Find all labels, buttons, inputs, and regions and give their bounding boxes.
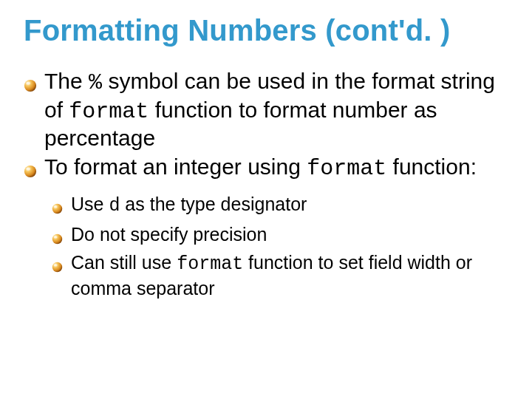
slide-title: Formatting Numbers (cont'd. ) [24,13,508,47]
text: function: [386,154,477,179]
bullet-item-integer: To format an integer using format functi… [44,154,508,301]
svg-point-3 [26,168,30,171]
sphere-bullet-icon [52,254,63,265]
sphere-bullet-icon [24,72,37,85]
slide: Formatting Numbers (cont'd. ) [0,0,532,399]
svg-point-5 [54,205,58,208]
sub-bullet-item-precision: Do not specify precision [71,222,508,246]
svg-point-2 [24,166,36,177]
text: To format an integer using [44,154,307,179]
code-text: format [307,156,386,181]
svg-point-9 [54,264,58,266]
sphere-bullet-icon [52,226,63,237]
svg-point-4 [52,204,63,214]
sub-bullet-item-d-type: Use d as the type designator [71,192,508,218]
svg-point-8 [52,262,63,273]
text: Use [71,194,109,214]
text: Do not specify precision [71,224,267,245]
text: Can still use [71,252,177,273]
bullet-list-level1: The % symbol can be used in the format s… [24,68,508,300]
text: The [44,69,89,93]
bullet-item-percent: The % symbol can be used in the format s… [44,68,508,152]
code-text: format [177,253,243,275]
svg-point-6 [52,234,63,245]
code-text: d [109,195,120,216]
sphere-bullet-icon [24,157,37,171]
sphere-bullet-icon [52,196,63,207]
sub-bullet-item-field-width: Can still use format function to set fie… [71,250,508,300]
svg-point-7 [54,236,58,238]
svg-point-0 [24,80,36,92]
bullet-list-level2: Use d as the type designator Do not spec… [44,192,508,300]
code-text: format [69,99,149,124]
svg-point-1 [26,82,30,85]
text: as the type designator [120,194,307,214]
code-text: % [89,70,102,95]
